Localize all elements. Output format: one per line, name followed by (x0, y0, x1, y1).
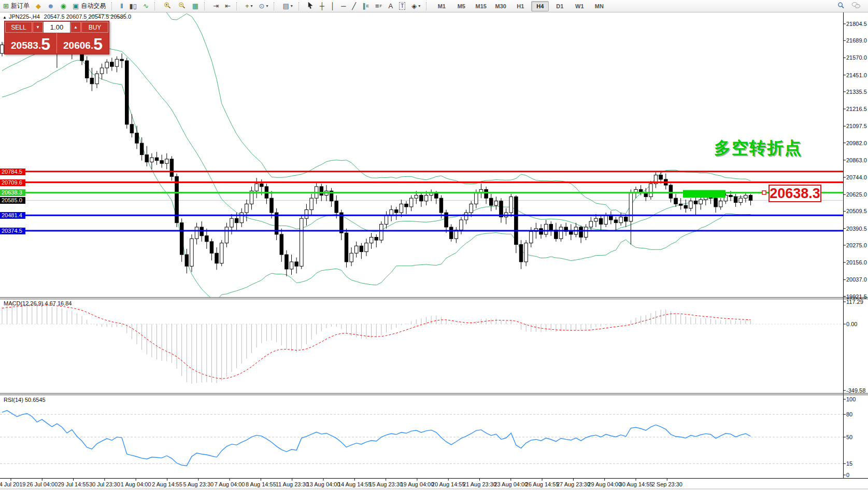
signals-button[interactable]: ◉ (58, 1, 69, 12)
volume-increase-button[interactable]: ▲ (70, 22, 81, 33)
candle-down (120, 59, 124, 61)
timeframe-h4-button[interactable]: H4 (531, 1, 549, 11)
support-line-1-price-tag: 20481.4 (0, 212, 25, 219)
price-tick-label: 20744.0 (846, 174, 868, 180)
time-tick-label: 2 Aug 14:55 (152, 481, 182, 487)
text-label-icon: T (399, 2, 405, 10)
indicators-dropdown-caret[interactable]: ▾ (251, 4, 253, 8)
price-tick-label: 21804.5 (846, 21, 868, 27)
bar-chart-button[interactable]: ‖ (118, 1, 125, 12)
candlestick-chart-button[interactable]: ▮▯ (127, 1, 139, 12)
candle-up (494, 201, 498, 205)
toolbar-group-templates: ▤▾ (279, 1, 295, 12)
time-tick-label: 8 Aug 14:55 (246, 481, 276, 487)
zoom-in-button[interactable] (161, 1, 174, 12)
candle-up (115, 59, 119, 66)
price-tick-label: 20390.5 (846, 226, 868, 232)
text-label-button[interactable]: T (396, 1, 408, 12)
candlestick-chart-icon: ▮▯ (130, 1, 137, 11)
toolbar-separator (204, 2, 208, 10)
candle-down (734, 197, 737, 202)
bollinger-lower-band (2, 60, 751, 300)
timeframe-m5-button[interactable]: M5 (452, 1, 470, 11)
price-tick-label: 21216.5 (846, 106, 868, 112)
timeframe-d1-button[interactable]: D1 (551, 1, 568, 11)
new-order-label: 新订单 (11, 2, 30, 10)
periods-dropdown-caret[interactable]: ▾ (266, 4, 268, 8)
autotrading-button[interactable]: ▣自动交易 (70, 1, 108, 12)
timeframe-m30-button[interactable]: M30 (492, 1, 509, 11)
profile-icon: ☻ (47, 1, 54, 11)
styler-button[interactable]: ◆ (33, 1, 44, 12)
buy-price[interactable]: 20606.5 (57, 33, 109, 53)
candle-up (475, 192, 478, 204)
text-icon: A (389, 1, 393, 11)
volume-input[interactable]: 1.00 (44, 22, 70, 33)
price-callout-label[interactable]: 20638.3 (769, 185, 821, 202)
candle-down (345, 233, 348, 262)
candle-up (619, 217, 623, 222)
search-button[interactable] (834, 1, 848, 12)
candle-down (659, 175, 663, 179)
line-chart-button[interactable]: ∿ (140, 1, 151, 12)
timeframe-mn-button[interactable]: MN (590, 1, 608, 11)
crosshair-button[interactable]: ┼ (317, 1, 327, 12)
candle-up (629, 192, 633, 221)
callout-anchor-handle[interactable] (762, 191, 766, 194)
timeframe-h1-button[interactable]: H1 (511, 1, 529, 11)
vertical-line-button[interactable]: │ (328, 1, 337, 12)
chart-shift-button[interactable]: ⇤ (222, 1, 233, 12)
sell-button[interactable]: SELL (5, 22, 32, 33)
buy-button[interactable]: BUY (81, 22, 108, 33)
tile-windows-button[interactable]: ▦ (190, 1, 201, 12)
indicator-windows-dropdown-caret[interactable]: ▾ (291, 4, 293, 8)
rsi-indicator-label: RSI(14) 50.6545 (4, 397, 46, 403)
volume-decrease-button[interactable]: ▼ (33, 22, 43, 33)
candle-up (290, 262, 293, 269)
text-button[interactable]: A (386, 1, 396, 12)
auto-scroll-button[interactable]: ⇥ (210, 1, 221, 12)
community-chat-button[interactable] (849, 1, 863, 12)
profile-button[interactable]: ☻ (45, 1, 57, 12)
candle-up (350, 253, 353, 262)
price-tick-label: 21097.5 (846, 123, 868, 129)
annotation-text[interactable]: 多空转折点 (714, 137, 802, 160)
candle-down (320, 187, 323, 195)
candle-down (295, 262, 298, 266)
trendline-button[interactable]: ╱ (349, 1, 359, 12)
new-order-icon: ⊞ (3, 1, 9, 11)
time-tick-label: 29 Jul 14:55 (58, 481, 89, 487)
candle-up (559, 227, 563, 239)
new-order-button[interactable]: ⊞新订单 (1, 1, 32, 12)
candle-down (90, 78, 94, 84)
arrows-dropdown-caret[interactable]: ▾ (418, 4, 420, 8)
cursor-button[interactable] (305, 1, 316, 12)
toolbar-group-trade: ⊞新订单◆☻◉▣自动交易 (0, 1, 109, 12)
timeframe-w1-button[interactable]: W1 (571, 1, 588, 11)
macd-panel (0, 304, 843, 384)
crosshair-icon: ┼ (320, 1, 324, 11)
indicator-windows-button[interactable]: ▤▾ (280, 1, 295, 12)
one-click-panel-toggle[interactable]: ▲ (3, 15, 7, 20)
horizontal-line-button[interactable]: ─ (338, 1, 348, 12)
time-tick-label: 26 Jul 04:00 (26, 481, 58, 487)
candle-down (160, 161, 164, 164)
equidistant-channel-button[interactable]: ∥E (360, 1, 372, 12)
candle-up (604, 216, 608, 225)
time-tick-label: 20 Aug 14:55 (432, 481, 465, 487)
highlight-zone-box[interactable] (683, 190, 725, 198)
timeframe-m1-button[interactable]: M1 (433, 1, 450, 11)
trendline-icon: ╱ (352, 1, 356, 11)
sell-price[interactable]: 20583.5 (5, 33, 57, 53)
time-tick-label: 14 Aug 14:55 (338, 481, 372, 487)
candle-down (110, 62, 114, 66)
arrows-button[interactable]: ◈▾ (409, 1, 423, 12)
zoom-out-button[interactable] (175, 1, 189, 12)
indicators-button[interactable]: +▾ (243, 1, 255, 12)
fibonacci-button[interactable]: ≡F (373, 1, 385, 12)
candle-up (530, 231, 533, 243)
candle-up (594, 218, 598, 221)
toolbar-separator (298, 2, 302, 10)
timeframe-m15-button[interactable]: M15 (472, 1, 490, 11)
periods-button[interactable]: ⊙▾ (257, 1, 271, 12)
